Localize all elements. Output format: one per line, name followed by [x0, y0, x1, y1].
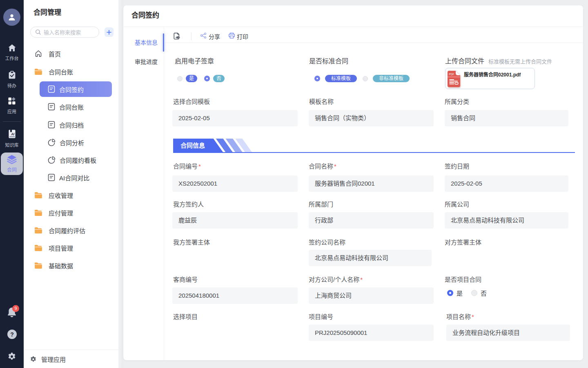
svg-text:?: ?: [10, 331, 14, 338]
svg-text:合同信息: 合同信息: [180, 142, 205, 149]
svg-text:PDF: PDF: [449, 73, 454, 76]
svg-text:AI: AI: [10, 132, 14, 136]
